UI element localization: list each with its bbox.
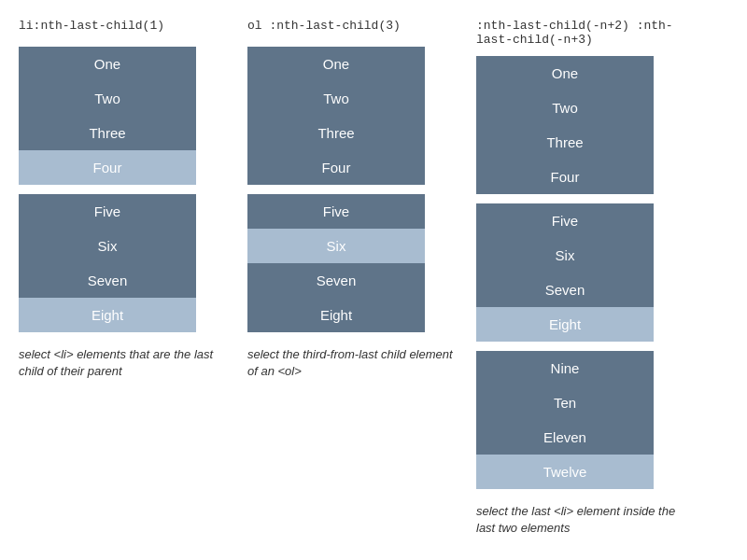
selector-label-1: li:nth-last-child(1) [19,19,224,37]
list-box-3-3: NineTenElevenTwelve [476,351,654,489]
list-item-3-1-3: Three [476,125,654,160]
list-item-3-1-1: One [476,56,654,91]
list-item-3-2-4: Eight [476,307,654,342]
description-2: select the third-from-last child element… [247,346,453,380]
description-3: select the last <li> element inside the … [476,503,682,537]
list-item-1-1-1: One [19,47,196,81]
page-container: li:nth-last-child(1)OneTwoThreeFourFiveS… [0,0,747,555]
list-item-1-1-3: Three [19,116,196,150]
list-item-1-2-1: Five [19,194,196,229]
list-item-1-2-2: Six [19,229,196,263]
list-item-2-1-3: Three [247,116,425,150]
list-box-3-2: FiveSixSevenEight [476,203,654,342]
list-item-3-2-3: Seven [476,273,654,307]
description-1: select <li> elements that are the last c… [19,346,224,380]
list-item-3-3-2: Ten [476,385,654,420]
list-item-1-1-2: Two [19,81,196,116]
list-item-2-2-4: Eight [247,298,425,332]
list-item-2-1-1: One [247,47,425,81]
list-item-3-2-2: Six [476,238,654,273]
column-2: ol :nth-last-child(3)OneTwoThreeFourFive… [247,19,453,537]
list-item-3-1-2: Two [476,91,654,125]
list-box-3-1: OneTwoThreeFour [476,56,654,194]
list-item-3-3-1: Nine [476,351,654,385]
selector-label-2: ol :nth-last-child(3) [247,19,453,37]
list-item-2-1-2: Two [247,81,425,116]
list-item-2-2-3: Seven [247,263,425,298]
list-item-3-3-3: Eleven [476,420,654,455]
list-item-3-1-4: Four [476,160,654,194]
column-1: li:nth-last-child(1)OneTwoThreeFourFiveS… [19,19,224,537]
list-box-2-2: FiveSixSevenEight [247,194,425,332]
list-box-1-1: OneTwoThreeFour [19,47,196,185]
list-item-2-2-1: Five [247,194,425,229]
selector-label-3: :nth-last-child(-n+2) :nth-last-child(-n… [476,19,682,47]
column-3: :nth-last-child(-n+2) :nth-last-child(-n… [476,19,682,537]
list-item-3-3-4: Twelve [476,455,654,489]
list-box-2-1: OneTwoThreeFour [247,47,425,185]
list-item-1-2-4: Eight [19,298,196,332]
list-box-1-2: FiveSixSevenEight [19,194,196,332]
list-item-2-1-4: Four [247,150,425,185]
list-item-2-2-2: Six [247,229,425,263]
list-item-3-2-1: Five [476,203,654,238]
list-item-1-1-4: Four [19,150,196,185]
list-item-1-2-3: Seven [19,263,196,298]
